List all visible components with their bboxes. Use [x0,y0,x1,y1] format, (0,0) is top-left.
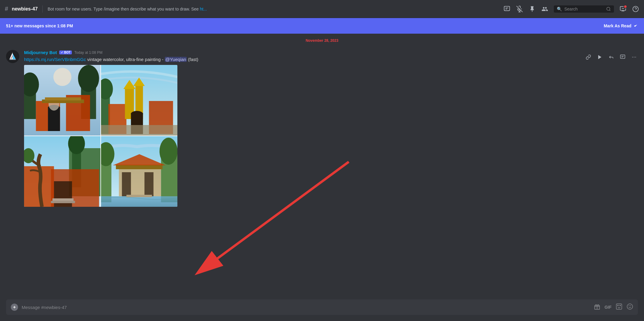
svg-point-80 [627,304,633,309]
message-item: Midjourney Bot ✓ BOT Today at 1:08 PM ht… [0,45,644,212]
svg-point-15 [634,57,634,57]
check-icon [633,23,638,28]
message-action-toolbar [584,53,638,62]
svg-rect-68 [122,172,131,196]
svg-rect-49 [101,125,177,136]
svg-point-79 [620,305,621,306]
svg-rect-0 [504,6,510,11]
channel-name: newbies-47 [12,6,38,12]
link-icon[interactable] [584,53,592,62]
channel-header: # newbies-47 Bot room for new users. Typ… [0,0,644,18]
svg-line-5 [609,10,610,11]
message-header: Midjourney Bot ✓ BOT Today at 1:08 PM [24,50,638,55]
message-input[interactable] [22,305,590,310]
help-icon[interactable] [632,5,639,13]
mention[interactable]: @Yueqian [165,57,187,62]
svg-rect-59 [53,198,74,201]
hash-icon: # [5,5,8,12]
svg-point-4 [607,7,610,11]
svg-point-14 [632,57,633,57]
image-top-left[interactable] [24,65,100,136]
search-bar[interactable]: 🔍 Search [554,5,614,13]
svg-rect-70 [101,196,177,207]
message-content: Midjourney Bot ✓ BOT Today at 1:08 PM ht… [24,50,638,207]
message-text: https://s.mj.run/SerVBnbmGGc vintage wat… [24,56,638,63]
reply-icon[interactable] [607,53,615,62]
svg-point-16 [635,57,636,57]
svg-point-26 [54,68,72,86]
image-bottom-left[interactable] [24,136,100,207]
image-bottom-right[interactable] [101,136,177,207]
thread-icon[interactable] [619,53,627,62]
username[interactable]: Midjourney Bot [24,50,57,55]
description-link[interactable]: ht... [200,7,207,11]
sticker-icon[interactable] [616,303,622,311]
inbox-icon[interactable] [619,5,627,13]
search-placeholder: Search [564,7,604,11]
svg-marker-10 [598,55,602,59]
gift-icon[interactable] [594,303,600,311]
message-input-area: GIF [0,296,644,321]
pin-icon[interactable] [529,5,536,13]
date-separator: November 28, 2023 [0,34,644,45]
add-attachment-button[interactable] [11,304,18,311]
new-messages-text: 51+ new messages since 1:08 PM [6,23,73,28]
bot-avatar-image [7,51,18,62]
threads-icon[interactable] [503,5,511,13]
image-top-right[interactable] [101,65,177,136]
svg-rect-66 [116,165,163,169]
svg-point-30 [78,65,99,92]
mute-icon[interactable] [516,5,523,13]
image-grid[interactable] [24,65,177,207]
svg-rect-20 [10,59,16,60]
svg-rect-58 [51,201,75,203]
members-icon[interactable] [541,5,548,13]
message-link[interactable]: https://s.mj.run/SerVBnbmGGc [24,57,86,62]
search-icon [606,7,611,11]
channel-description: Bot room for new users. Type /imagine th… [48,7,500,11]
svg-rect-77 [616,304,622,309]
header-divider [42,5,43,13]
header-actions: 🔍 Search [503,5,639,13]
gif-button[interactable]: GIF [605,305,612,310]
avatar [6,50,19,63]
svg-rect-11 [621,55,625,59]
svg-rect-69 [145,172,154,196]
search-label: 🔍 [557,7,562,11]
mark-as-read-button[interactable]: Mark As Read [604,23,638,28]
svg-rect-71 [127,195,152,197]
play-icon[interactable] [596,53,604,62]
new-messages-banner: 51+ new messages since 1:08 PM Mark As R… [0,18,644,34]
message-input-bar: GIF [6,299,638,315]
message-area[interactable]: November 28, 2023 [0,34,644,296]
bot-badge: ✓ BOT [59,50,72,54]
input-right-icons: GIF [594,303,633,311]
more-icon[interactable] [630,53,638,62]
message-timestamp: Today at 1:08 PM [74,50,102,55]
svg-point-78 [618,305,618,306]
svg-point-48 [131,111,143,117]
svg-point-64 [160,138,178,165]
svg-rect-37 [45,97,81,100]
emoji-icon[interactable] [627,303,633,311]
